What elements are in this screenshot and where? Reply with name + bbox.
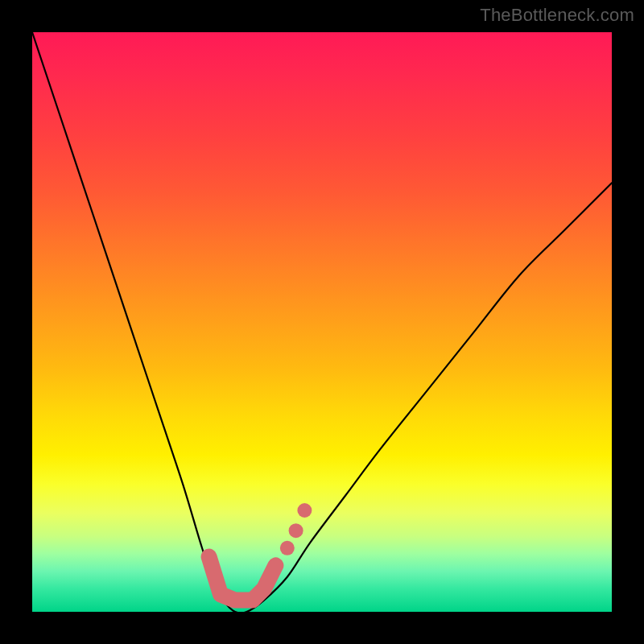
bottleneck-curve [32, 32, 612, 613]
plot-area [32, 32, 612, 612]
watermark-text: TheBottleneck.com [480, 5, 634, 26]
optimal-range-dot [280, 541, 295, 555]
optimal-range-dot [297, 503, 312, 518]
chart-canvas: TheBottleneck.com [0, 0, 644, 644]
optimal-range-stroke [209, 557, 276, 601]
optimal-range-dot [289, 523, 303, 538]
chart-svg [32, 32, 612, 612]
